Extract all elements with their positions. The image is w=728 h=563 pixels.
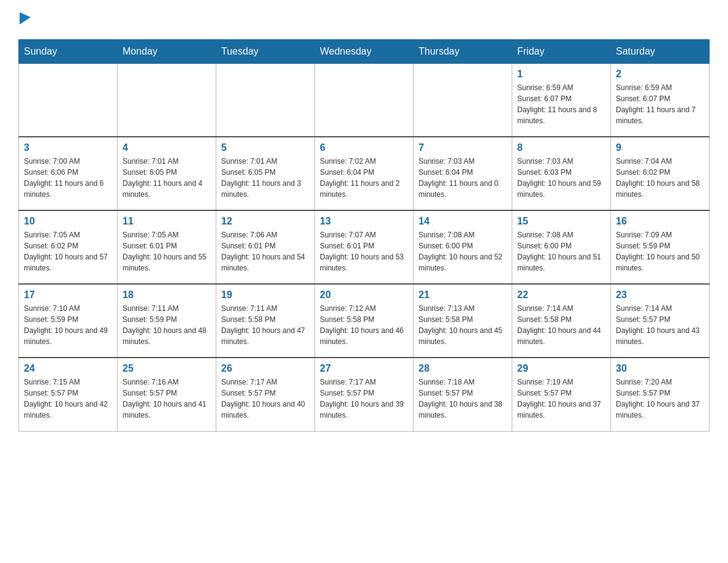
week-row-4: 17Sunrise: 7:10 AMSunset: 5:59 PMDayligh…: [19, 284, 710, 358]
day-cell: [216, 63, 315, 137]
day-cell: 30Sunrise: 7:20 AMSunset: 5:57 PMDayligh…: [611, 358, 710, 431]
day-cell: 4Sunrise: 7:01 AMSunset: 6:05 PMDaylight…: [118, 137, 216, 210]
day-cell: 12Sunrise: 7:06 AMSunset: 6:01 PMDayligh…: [216, 210, 315, 284]
week-row-3: 10Sunrise: 7:05 AMSunset: 6:02 PMDayligh…: [19, 210, 710, 284]
day-cell: 2Sunrise: 6:59 AMSunset: 6:07 PMDaylight…: [611, 63, 710, 137]
day-info: Sunrise: 7:14 AMSunset: 5:58 PMDaylight:…: [517, 303, 605, 347]
week-row-2: 3Sunrise: 7:00 AMSunset: 6:06 PMDaylight…: [19, 137, 710, 210]
day-info: Sunrise: 7:11 AMSunset: 5:58 PMDaylight:…: [221, 303, 309, 347]
day-cell: 22Sunrise: 7:14 AMSunset: 5:58 PMDayligh…: [512, 284, 611, 358]
day-cell: 14Sunrise: 7:08 AMSunset: 6:00 PMDayligh…: [414, 210, 512, 284]
day-number: 24: [24, 363, 112, 374]
day-number: 18: [123, 289, 211, 301]
day-info: Sunrise: 7:01 AMSunset: 6:05 PMDaylight:…: [123, 156, 211, 200]
calendar-header-row: SundayMondayTuesdayWednesdayThursdayFrid…: [19, 39, 710, 63]
svg-marker-0: [20, 12, 31, 25]
day-number: 10: [24, 216, 112, 227]
day-info: Sunrise: 7:04 AMSunset: 6:02 PMDaylight:…: [616, 156, 704, 200]
day-number: 29: [517, 363, 605, 374]
day-cell: 17Sunrise: 7:10 AMSunset: 5:59 PMDayligh…: [19, 284, 118, 358]
day-info: Sunrise: 6:59 AMSunset: 6:07 PMDaylight:…: [616, 82, 704, 126]
day-number: 17: [24, 289, 112, 301]
day-cell: [315, 63, 414, 137]
day-cell: 11Sunrise: 7:05 AMSunset: 6:01 PMDayligh…: [118, 210, 216, 284]
day-number: 21: [419, 289, 507, 301]
day-info: Sunrise: 7:17 AMSunset: 5:57 PMDaylight:…: [320, 377, 408, 421]
day-number: 20: [320, 289, 408, 301]
day-number: 16: [616, 216, 704, 227]
day-number: 15: [517, 216, 605, 227]
day-number: 4: [123, 142, 211, 153]
day-cell: 28Sunrise: 7:18 AMSunset: 5:57 PMDayligh…: [414, 358, 512, 431]
day-info: Sunrise: 7:15 AMSunset: 5:57 PMDaylight:…: [24, 377, 112, 421]
day-cell: 1Sunrise: 6:59 AMSunset: 6:07 PMDaylight…: [512, 63, 611, 137]
day-number: 5: [221, 142, 309, 153]
day-cell: 8Sunrise: 7:03 AMSunset: 6:03 PMDaylight…: [512, 137, 611, 210]
day-cell: 20Sunrise: 7:12 AMSunset: 5:58 PMDayligh…: [315, 284, 414, 358]
header-wednesday: Wednesday: [315, 39, 414, 63]
calendar-table: SundayMondayTuesdayWednesdayThursdayFrid…: [18, 39, 710, 432]
day-info: Sunrise: 7:17 AMSunset: 5:57 PMDaylight:…: [221, 377, 309, 421]
day-number: 7: [419, 142, 507, 153]
day-info: Sunrise: 7:03 AMSunset: 6:03 PMDaylight:…: [517, 156, 605, 200]
logo-arrow-icon: [20, 12, 31, 27]
day-cell: [118, 63, 216, 137]
header-tuesday: Tuesday: [216, 39, 315, 63]
day-cell: 16Sunrise: 7:09 AMSunset: 5:59 PMDayligh…: [611, 210, 710, 284]
day-number: 9: [616, 142, 704, 153]
day-cell: 15Sunrise: 7:08 AMSunset: 6:00 PMDayligh…: [512, 210, 611, 284]
day-info: Sunrise: 7:01 AMSunset: 6:05 PMDaylight:…: [221, 156, 309, 200]
day-info: Sunrise: 7:11 AMSunset: 5:59 PMDaylight:…: [123, 303, 211, 347]
day-info: Sunrise: 7:02 AMSunset: 6:04 PMDaylight:…: [320, 156, 408, 200]
day-cell: [414, 63, 512, 137]
day-cell: [19, 63, 118, 137]
day-cell: 10Sunrise: 7:05 AMSunset: 6:02 PMDayligh…: [19, 210, 118, 284]
day-number: 25: [123, 363, 211, 374]
day-number: 19: [221, 289, 309, 301]
header-friday: Friday: [512, 39, 611, 63]
week-row-5: 24Sunrise: 7:15 AMSunset: 5:57 PMDayligh…: [19, 358, 710, 431]
day-cell: 3Sunrise: 7:00 AMSunset: 6:06 PMDaylight…: [19, 137, 118, 210]
day-number: 3: [24, 142, 112, 153]
day-info: Sunrise: 6:59 AMSunset: 6:07 PMDaylight:…: [517, 82, 605, 126]
day-number: 2: [616, 69, 704, 80]
day-cell: 23Sunrise: 7:14 AMSunset: 5:57 PMDayligh…: [611, 284, 710, 358]
day-info: Sunrise: 7:19 AMSunset: 5:57 PMDaylight:…: [517, 377, 605, 421]
header-sunday: Sunday: [19, 39, 118, 63]
day-info: Sunrise: 7:03 AMSunset: 6:04 PMDaylight:…: [419, 156, 507, 200]
day-cell: 9Sunrise: 7:04 AMSunset: 6:02 PMDaylight…: [611, 137, 710, 210]
day-cell: 29Sunrise: 7:19 AMSunset: 5:57 PMDayligh…: [512, 358, 611, 431]
day-number: 22: [517, 289, 605, 301]
day-info: Sunrise: 7:13 AMSunset: 5:58 PMDaylight:…: [419, 303, 507, 347]
day-number: 8: [517, 142, 605, 153]
day-info: Sunrise: 7:10 AMSunset: 5:59 PMDaylight:…: [24, 303, 112, 347]
day-info: Sunrise: 7:09 AMSunset: 5:59 PMDaylight:…: [616, 229, 704, 274]
day-info: Sunrise: 7:12 AMSunset: 5:58 PMDaylight:…: [320, 303, 408, 347]
header-monday: Monday: [118, 39, 216, 63]
day-number: 11: [123, 216, 211, 227]
day-number: 14: [419, 216, 507, 227]
day-info: Sunrise: 7:08 AMSunset: 6:00 PMDaylight:…: [517, 229, 605, 274]
day-cell: 5Sunrise: 7:01 AMSunset: 6:05 PMDaylight…: [216, 137, 315, 210]
day-info: Sunrise: 7:14 AMSunset: 5:57 PMDaylight:…: [616, 303, 704, 347]
day-cell: 13Sunrise: 7:07 AMSunset: 6:01 PMDayligh…: [315, 210, 414, 284]
day-info: Sunrise: 7:16 AMSunset: 5:57 PMDaylight:…: [123, 377, 211, 421]
day-number: 28: [419, 363, 507, 374]
day-cell: 25Sunrise: 7:16 AMSunset: 5:57 PMDayligh…: [118, 358, 216, 431]
day-info: Sunrise: 7:00 AMSunset: 6:06 PMDaylight:…: [24, 156, 112, 200]
day-info: Sunrise: 7:06 AMSunset: 6:01 PMDaylight:…: [221, 229, 309, 274]
day-cell: 27Sunrise: 7:17 AMSunset: 5:57 PMDayligh…: [315, 358, 414, 431]
day-cell: 21Sunrise: 7:13 AMSunset: 5:58 PMDayligh…: [414, 284, 512, 358]
day-number: 6: [320, 142, 408, 153]
page-header: [18, 12, 710, 27]
day-cell: 26Sunrise: 7:17 AMSunset: 5:57 PMDayligh…: [216, 358, 315, 431]
day-info: Sunrise: 7:05 AMSunset: 6:01 PMDaylight:…: [123, 229, 211, 274]
day-number: 1: [517, 69, 605, 80]
day-number: 12: [221, 216, 309, 227]
day-cell: 6Sunrise: 7:02 AMSunset: 6:04 PMDaylight…: [315, 137, 414, 210]
day-number: 23: [616, 289, 704, 301]
day-number: 26: [221, 363, 309, 374]
day-cell: 24Sunrise: 7:15 AMSunset: 5:57 PMDayligh…: [19, 358, 118, 431]
day-cell: 19Sunrise: 7:11 AMSunset: 5:58 PMDayligh…: [216, 284, 315, 358]
day-number: 13: [320, 216, 408, 227]
